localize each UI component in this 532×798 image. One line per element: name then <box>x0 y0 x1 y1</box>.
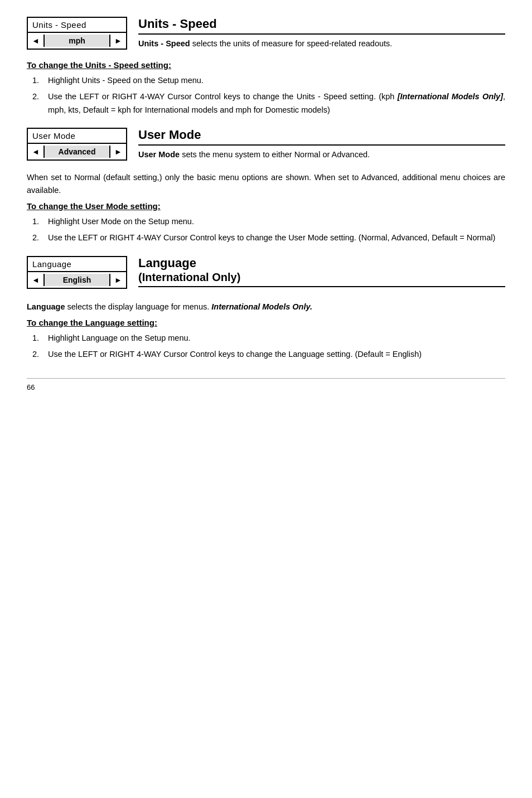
units-speed-right-arrow[interactable]: ► <box>110 33 126 49</box>
units-speed-widget: Units - Speed ◄ mph ► <box>27 17 127 50</box>
user-mode-widget-title: User Mode <box>28 129 126 143</box>
user-mode-change-heading: To change the User Mode setting: <box>27 201 505 211</box>
units-speed-section: Units - Speed ◄ mph ► Units - Speed Unit… <box>27 17 505 50</box>
language-value: English <box>43 274 110 286</box>
language-section: Language ◄ English ► Language (Internati… <box>27 256 505 291</box>
units-speed-desc: Units - Speed selects the units of measu… <box>138 38 505 50</box>
units-speed-control-row: ◄ mph ► <box>28 32 126 49</box>
language-right: Language (International Only) <box>138 256 505 291</box>
language-control-row: ◄ English ► <box>28 271 126 288</box>
page-number: 66 <box>27 383 505 391</box>
user-mode-step-2: 2. Use the LEFT or RIGHT 4-WAY Cursor Co… <box>32 231 505 244</box>
language-step-1: 1. Highlight Language on the Setup menu. <box>32 332 505 345</box>
user-mode-value: Advanced <box>43 146 110 158</box>
units-speed-steps: 1. Highlight Units - Speed on the Setup … <box>27 74 505 117</box>
language-heading-sub: (International Only) <box>138 270 505 284</box>
user-mode-section: User Mode ◄ Advanced ► User Mode User Mo… <box>27 128 505 161</box>
language-step-2: 2. Use the LEFT or RIGHT 4-WAY Cursor Co… <box>32 348 505 361</box>
language-steps: 1. Highlight Language on the Setup menu.… <box>27 332 505 361</box>
units-speed-left-arrow[interactable]: ◄ <box>28 33 43 49</box>
language-widget-title: Language <box>28 257 126 271</box>
page-divider <box>27 378 505 379</box>
units-speed-change-heading: To change the Units - Speed setting: <box>27 60 505 70</box>
language-desc: Language selects the display language fo… <box>27 301 505 313</box>
language-instructions: Language selects the display language fo… <box>27 301 505 361</box>
units-speed-right: Units - Speed Units - Speed selects the … <box>138 17 505 50</box>
language-right-arrow[interactable]: ► <box>110 272 126 288</box>
user-mode-right: User Mode User Mode sets the menu system… <box>138 128 505 161</box>
user-mode-control-row: ◄ Advanced ► <box>28 143 126 159</box>
language-change-heading: To change the Language setting: <box>27 318 505 327</box>
language-widget: Language ◄ English ► <box>27 256 127 289</box>
units-speed-step-1: 1. Highlight Units - Speed on the Setup … <box>32 74 505 87</box>
units-speed-step-2: 2. Use the LEFT or RIGHT 4-WAY Cursor Co… <box>32 90 505 116</box>
user-mode-instructions: When set to Normal (default setting,) on… <box>27 171 505 245</box>
user-mode-left-arrow[interactable]: ◄ <box>28 144 43 159</box>
user-mode-step-1: 1. Highlight User Mode on the Setup menu… <box>32 215 505 228</box>
user-mode-desc: User Mode sets the menu system to either… <box>138 149 505 161</box>
user-mode-right-arrow[interactable]: ► <box>110 144 126 159</box>
units-speed-widget-title: Units - Speed <box>28 18 126 32</box>
units-speed-heading: Units - Speed <box>138 17 505 35</box>
user-mode-widget: User Mode ◄ Advanced ► <box>27 128 127 161</box>
user-mode-after-desc: When set to Normal (default setting,) on… <box>27 171 505 197</box>
units-speed-value: mph <box>43 35 110 47</box>
units-speed-instructions: To change the Units - Speed setting: 1. … <box>27 60 505 117</box>
user-mode-heading: User Mode <box>138 128 505 146</box>
language-heading: Language (International Only) <box>138 256 505 287</box>
user-mode-steps: 1. Highlight User Mode on the Setup menu… <box>27 215 505 244</box>
language-left-arrow[interactable]: ◄ <box>28 272 43 288</box>
